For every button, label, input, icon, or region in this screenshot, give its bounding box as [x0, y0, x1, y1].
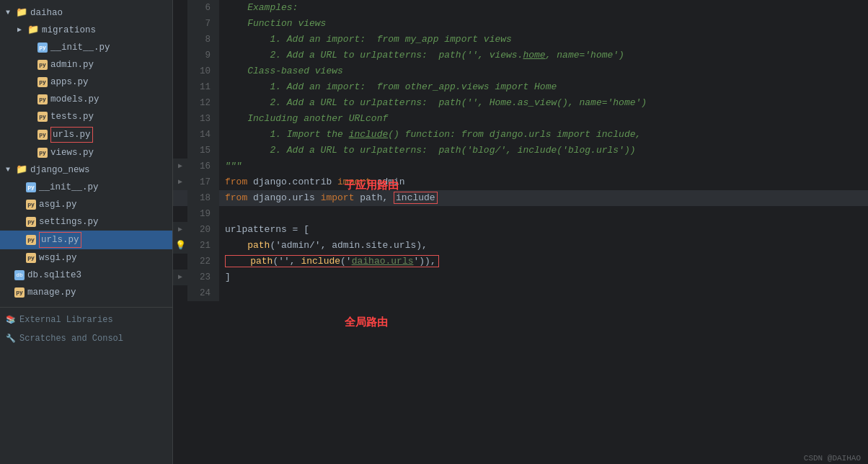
line-content-14[interactable]: 1. Import the include() function: from d… [219, 127, 868, 143]
tree-item-init-py-daihao[interactable]: py __init__.py [0, 39, 172, 56]
bottom-bar: CSDN @DAIHAO [797, 452, 868, 464]
code-line-19: 19 [173, 206, 868, 222]
code-gutter-17: ▶ [173, 174, 187, 190]
py-file-icon: py [37, 148, 48, 158]
py-init-icon: py [26, 182, 36, 192]
code-line-13: 13 Including another URLconf [173, 111, 868, 127]
folder-icon: 📁 [16, 6, 27, 20]
tree-item-urls-py-main[interactable]: py urls.py [0, 231, 172, 249]
py-file-icon: py [26, 235, 36, 245]
file-label: tests.py [50, 110, 94, 124]
py-file-icon: py [37, 94, 48, 104]
fold-icon: ▶ [178, 174, 182, 190]
tree-item-wsgi-py[interactable]: py wsgi.py [0, 249, 172, 267]
fold-icon: ▶ [178, 159, 182, 174]
folder-arrow-icon: ▼ [6, 163, 14, 177]
file-label: settings.py [39, 215, 99, 229]
tree-item-init-py-news[interactable]: py __init__.py [0, 179, 172, 196]
code-line-24: 24 [173, 285, 868, 301]
folder-icon: 📁 [16, 163, 27, 177]
folder-arrow-icon: ▶ [17, 23, 26, 37]
code-line-17: ▶17from django.contrib import admin [173, 174, 868, 190]
file-label: views.py [50, 146, 94, 160]
line-number-6: 6 [187, 0, 219, 16]
line-content-16[interactable]: """ [219, 159, 868, 174]
py-file-icon: py [37, 130, 48, 140]
py-file-icon: py [37, 112, 48, 122]
folder-icon: 📁 [27, 23, 39, 37]
tree-item-daihao-folder[interactable]: ▼ 📁 daihao [0, 4, 172, 22]
line-content-15[interactable]: 2. Add a URL to urlpatterns: path('blog/… [219, 143, 868, 159]
file-label: apps.py [50, 75, 89, 89]
line-number-17: 17 [187, 174, 219, 190]
line-content-6[interactable]: Examples: [219, 0, 868, 16]
line-content-21[interactable]: path('admin/', admin.site.urls), [219, 238, 868, 254]
line-number-7: 7 [187, 16, 219, 32]
tree-item-views-py[interactable]: py views.py [0, 144, 172, 161]
line-content-17[interactable]: from django.contrib import admin [219, 174, 868, 190]
folder-label: django_news [30, 163, 90, 177]
line-content-8[interactable]: 1. Add an import: from my_app import vie… [219, 32, 868, 48]
tree-item-asgi-py[interactable]: py asgi.py [0, 196, 172, 213]
line-number-8: 8 [187, 32, 219, 48]
file-label: wsgi.py [39, 251, 77, 265]
file-label: urls.py [39, 232, 81, 248]
folder-label: migrations [42, 23, 96, 37]
db-icon: db [14, 270, 25, 280]
line-content-10[interactable]: Class-based views [219, 63, 868, 79]
tree-item-settings-py[interactable]: py settings.py [0, 213, 172, 231]
code-line-15: 15 2. Add a URL to urlpatterns: path('bl… [173, 143, 868, 159]
line-content-23[interactable]: ] [219, 269, 868, 285]
py-file-icon: py [26, 200, 36, 210]
line-number-22: 22 [187, 254, 219, 269]
line-content-20[interactable]: urlpatterns = [ [219, 222, 868, 238]
tree-item-models-py[interactable]: py models.py [0, 91, 172, 108]
code-line-6: 6 Examples: [173, 0, 868, 16]
py-file-icon: py [14, 287, 25, 298]
line-content-11[interactable]: 1. Add an import: from other_app.views i… [219, 79, 868, 95]
line-content-9[interactable]: 2. Add a URL to urlpatterns: path('', vi… [219, 48, 868, 63]
code-line-14: 14 1. Import the include() function: fro… [173, 127, 868, 143]
line-number-18: 18 [187, 190, 219, 206]
external-libraries-label: External Libraries [19, 312, 113, 328]
line-content-7[interactable]: Function views [219, 16, 868, 32]
tree-item-tests-py[interactable]: py tests.py [0, 108, 172, 125]
tree-item-manage-py[interactable]: py manage.py [0, 284, 172, 301]
scratches-item[interactable]: 🔧 Scratches and Consol [0, 329, 172, 348]
file-label: admin.py [50, 58, 94, 72]
folder-arrow-icon: ▼ [6, 6, 14, 20]
line-content-13[interactable]: Including another URLconf [219, 111, 868, 127]
line-number-20: 20 [187, 222, 219, 238]
bottom-bar-text: CSDN @DAIHAO [804, 454, 861, 463]
code-line-22: 22 path('', include('daihao.urls')), [173, 254, 868, 269]
line-content-12[interactable]: 2. Add a URL to urlpatterns: path('', Ho… [219, 95, 868, 111]
code-line-23: ▶23] [173, 269, 868, 285]
py-file-icon: py [37, 77, 48, 87]
tree-item-django-news-folder[interactable]: ▼ 📁 django_news [0, 161, 172, 179]
file-label: db.sqlite3 [27, 268, 81, 282]
line-number-16: 16 [187, 159, 219, 174]
file-label: manage.py [27, 285, 76, 300]
line-number-15: 15 [187, 143, 219, 159]
line-content-18[interactable]: from django.urls import path, include [219, 190, 868, 206]
file-label: __init__.py [39, 180, 99, 195]
py-file-icon: py [26, 253, 36, 263]
code-line-11: 11 1. Add an import: from other_app.view… [173, 79, 868, 95]
line-number-24: 24 [187, 285, 219, 301]
external-libraries-item[interactable]: 📚 External Libraries [0, 311, 172, 329]
py-init-icon: py [37, 43, 48, 53]
tree-item-apps-py[interactable]: py apps.py [0, 73, 172, 91]
line-number-19: 19 [187, 206, 219, 222]
tree-item-urls-py-daihao[interactable]: py urls.py [0, 125, 172, 144]
line-content-22[interactable]: path('', include('daihao.urls')), [219, 254, 868, 269]
external-libraries-icon: 📚 [6, 312, 16, 328]
line-number-23: 23 [187, 269, 219, 285]
tree-item-migrations-folder[interactable]: ▶ 📁 migrations [0, 22, 172, 39]
py-file-icon: py [37, 60, 48, 70]
line-number-13: 13 [187, 111, 219, 127]
tree-item-db-sqlite3[interactable]: db db.sqlite3 [0, 267, 172, 284]
py-file-icon: py [26, 217, 36, 227]
line-number-12: 12 [187, 95, 219, 111]
tree-item-admin-py[interactable]: py admin.py [0, 56, 172, 73]
scratches-icon: 🔧 [6, 331, 16, 347]
